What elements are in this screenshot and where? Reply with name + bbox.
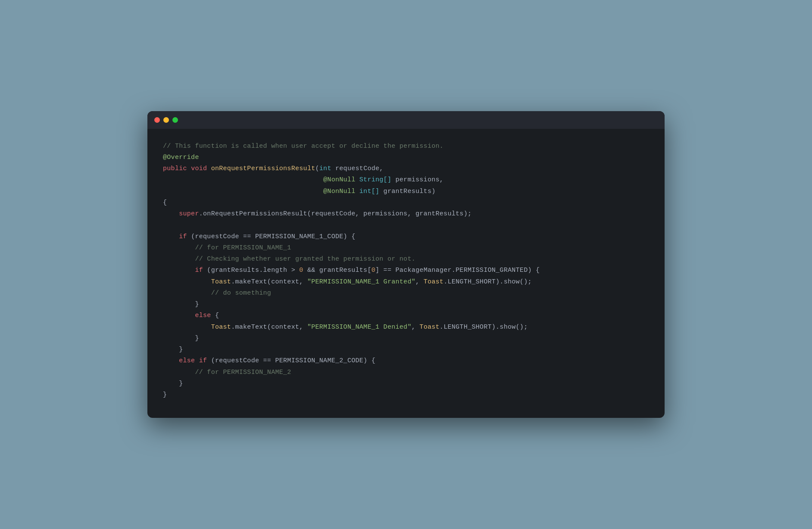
toast-class-1: Toast: [211, 277, 231, 288]
indent-14: [163, 288, 211, 299]
length-short-1: .LENGTH_SHORT).show();: [443, 277, 532, 288]
bracket-close: ] == PackageManager.PERMISSION_GRANTED) …: [375, 265, 540, 276]
code-line-12: if (grantResults.length > 0 && grantResu…: [163, 265, 649, 276]
brace-close-else: }: [195, 333, 199, 344]
paren-if-2-open: (grantResults.length >: [207, 265, 299, 276]
indent-21: [163, 367, 195, 378]
keyword-void: void: [191, 163, 211, 174]
code-line-14: // do something: [163, 288, 649, 299]
code-line-1: // This function is called when user acc…: [163, 141, 649, 152]
keyword-public: public: [163, 163, 191, 174]
override-annotation: @Override: [163, 152, 199, 163]
nonnull-1: @NonNull: [323, 174, 359, 186]
keyword-else-1: else: [195, 310, 215, 321]
indent-7: [163, 208, 179, 220]
indent-12: [163, 265, 195, 276]
keyword-else-if: else if: [179, 355, 211, 367]
keyword-super: super: [179, 208, 199, 220]
code-line-20: else if (requestCode == PERMISSION_NAME_…: [163, 355, 649, 367]
brace-close-if-outer: }: [179, 344, 183, 355]
type-string: String[]: [359, 174, 396, 186]
nonnull-2: @NonNull: [323, 186, 359, 197]
comment-for-2: // for PERMISSION_NAME_2: [195, 367, 291, 378]
paren-else-if: (requestCode == PERMISSION_NAME_2_CODE) …: [211, 355, 375, 367]
code-line-19: }: [163, 344, 649, 355]
keyword-if-2: if: [195, 265, 207, 276]
brace-close-if-inner: }: [195, 299, 199, 310]
brace-close-method: }: [163, 389, 167, 401]
code-line-6: {: [163, 197, 649, 208]
comment-do-something: // do something: [211, 288, 272, 299]
indent-9: [163, 231, 179, 243]
code-line-16: else {: [163, 310, 649, 321]
code-line-7: super.onRequestPermissionsResult(request…: [163, 208, 649, 220]
indent-17: [163, 322, 211, 333]
code-line-10: // for PERMISSION_NAME_1: [163, 243, 649, 254]
code-line-18: }: [163, 333, 649, 344]
indent-11: [163, 254, 195, 265]
code-window: // This function is called when user acc…: [147, 111, 665, 418]
number-zero-2: 0: [372, 265, 375, 276]
make-text-2: .makeText(context,: [231, 322, 307, 333]
code-line-21: // for PERMISSION_NAME_2: [163, 367, 649, 378]
indent-13: [163, 277, 211, 288]
code-line-9: if (requestCode == PERMISSION_NAME_1_COD…: [163, 231, 649, 243]
paren-if-1: (requestCode == PERMISSION_NAME_1_CODE) …: [191, 231, 355, 243]
indent-20: [163, 355, 179, 367]
super-call: .onRequestPermissionsResult(requestCode,…: [199, 208, 472, 220]
and-op: && grantResults[: [303, 265, 372, 276]
indent-4: [163, 174, 323, 186]
minimize-button[interactable]: [163, 117, 169, 123]
code-line-8: [163, 220, 649, 231]
code-line-3: public void onRequestPermissionsResult(i…: [163, 163, 649, 174]
comment-checking: // Checking whether user granted the per…: [195, 254, 415, 265]
string-granted: "PERMISSION_NAME_1 Granted": [307, 277, 415, 288]
method-name: onRequestPermissionsResult: [211, 163, 315, 174]
param-grant-results: grantResults): [384, 186, 436, 197]
code-line-17: Toast.makeText(context, "PERMISSION_NAME…: [163, 322, 649, 333]
maximize-button[interactable]: [172, 117, 178, 123]
code-line-11: // Checking whether user granted the per…: [163, 254, 649, 265]
brace-close-else-if: }: [179, 378, 183, 389]
indent-5: [163, 186, 323, 197]
paren-open: (: [315, 163, 319, 174]
code-line-5: @NonNull int[] grantResults): [163, 186, 649, 197]
indent-15: [163, 299, 195, 310]
code-line-15: }: [163, 299, 649, 310]
string-denied: "PERMISSION_NAME_1 Denied": [307, 322, 412, 333]
brace-open-outer: {: [163, 197, 167, 208]
code-editor: // This function is called when user acc…: [147, 129, 665, 418]
dot-1: .makeText(context,: [231, 277, 307, 288]
type-int-arr: int[]: [359, 186, 384, 197]
comma-1: ,: [415, 277, 424, 288]
close-button[interactable]: [154, 117, 160, 123]
indent-18: [163, 333, 195, 344]
indent-16: [163, 310, 195, 321]
toast-class-2: Toast: [424, 277, 444, 288]
length-short-2: .LENGTH_SHORT).show();: [440, 322, 528, 333]
indent-10: [163, 243, 195, 254]
comment-for-1: // for PERMISSION_NAME_1: [195, 243, 291, 254]
type-int-1: int: [319, 163, 335, 174]
comma-2: ,: [412, 322, 420, 333]
code-line-2: @Override: [163, 152, 649, 163]
number-zero-1: 0: [299, 265, 303, 276]
toast-class-3: Toast: [211, 322, 231, 333]
code-line-13: Toast.makeText(context, "PERMISSION_NAME…: [163, 277, 649, 288]
code-line-23: }: [163, 389, 649, 401]
titlebar: [147, 111, 665, 129]
code-line-4: @NonNull String[] permissions,: [163, 174, 649, 186]
indent-19: [163, 344, 179, 355]
param-permissions: permissions,: [396, 174, 444, 186]
keyword-if-1: if: [179, 231, 191, 243]
param-request-code: requestCode,: [335, 163, 384, 174]
comment-text-1: // This function is called when user acc…: [163, 141, 443, 152]
toast-class-4: Toast: [419, 322, 440, 333]
brace-open-else: {: [215, 310, 219, 321]
indent-22: [163, 378, 179, 389]
code-line-22: }: [163, 378, 649, 389]
